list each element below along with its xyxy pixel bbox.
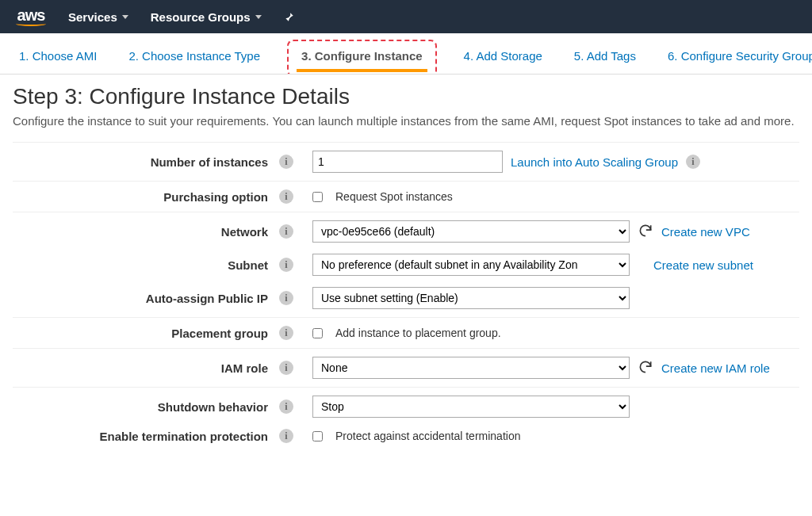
label-purchasing-option: Purchasing option xyxy=(13,190,274,204)
row-shutdown-behavior: Shutdown behavior i Stop xyxy=(13,387,799,426)
services-menu[interactable]: Services xyxy=(68,10,128,24)
create-vpc-link[interactable]: Create new VPC xyxy=(661,225,750,239)
termination-protection-label: Protect against accidental termination xyxy=(335,430,520,442)
info-icon[interactable]: i xyxy=(279,291,293,305)
refresh-icon[interactable] xyxy=(638,223,653,241)
aws-logo[interactable]: aws xyxy=(16,7,46,26)
info-icon[interactable]: i xyxy=(279,399,293,414)
wizard-steps: 1. Choose AMI 2. Choose Instance Type 3.… xyxy=(0,33,812,75)
chevron-down-icon xyxy=(122,15,128,19)
row-network: Network i vpc-0e95ce66 (default) Create … xyxy=(13,212,799,250)
row-placement-group: Placement group i Add instance to placem… xyxy=(13,317,799,348)
row-auto-assign-ip: Auto-assign Public IP i Use subnet setti… xyxy=(13,284,799,317)
termination-protection-checkbox[interactable] xyxy=(312,431,323,441)
create-subnet-link[interactable]: Create new subnet xyxy=(653,258,753,272)
row-number-of-instances: Number of instances i Launch into Auto S… xyxy=(13,142,799,181)
label-termination-protection: Enable termination protection xyxy=(13,430,274,443)
label-network: Network xyxy=(13,225,274,239)
pin-icon[interactable] xyxy=(284,11,295,22)
page-title: Step 3: Configure Instance Details xyxy=(13,84,799,109)
label-auto-assign-ip: Auto-assign Public IP xyxy=(13,292,274,305)
tab-add-tags[interactable]: 5. Add Tags xyxy=(569,43,641,74)
label-number-of-instances: Number of instances xyxy=(13,155,274,169)
info-icon[interactable]: i xyxy=(686,155,700,169)
info-icon[interactable]: i xyxy=(279,224,293,239)
placement-group-checkbox[interactable] xyxy=(312,328,323,338)
tab-configure-security-group[interactable]: 6. Configure Security Group xyxy=(663,43,812,74)
spot-instances-label: Request Spot instances xyxy=(335,190,453,203)
aws-swoosh-icon xyxy=(16,21,46,26)
chevron-down-icon xyxy=(255,15,262,19)
create-iam-role-link[interactable]: Create new IAM role xyxy=(661,361,770,375)
iam-role-select[interactable]: None xyxy=(312,357,630,379)
subnet-select[interactable]: No preference (default subnet in any Ava… xyxy=(312,254,630,276)
page-subtitle: Configure the instance to suit your requ… xyxy=(13,113,799,129)
info-icon[interactable]: i xyxy=(279,189,293,204)
info-icon[interactable]: i xyxy=(279,155,293,169)
label-iam-role: IAM role xyxy=(13,361,274,375)
row-subnet: Subnet i No preference (default subnet i… xyxy=(13,250,799,284)
row-purchasing-option: Purchasing option i Request Spot instanc… xyxy=(13,181,799,212)
auto-assign-ip-select[interactable]: Use subnet setting (Enable) xyxy=(312,287,630,309)
info-icon[interactable]: i xyxy=(279,258,293,272)
row-iam-role: IAM role i None Create new IAM role xyxy=(13,348,799,387)
services-label: Services xyxy=(68,10,117,24)
label-subnet: Subnet xyxy=(13,258,274,272)
launch-asg-link[interactable]: Launch into Auto Scaling Group xyxy=(511,155,678,169)
tab-add-storage[interactable]: 4. Add Storage xyxy=(459,43,547,74)
shutdown-behavior-select[interactable]: Stop xyxy=(312,396,630,418)
top-navigation: aws Services Resource Groups xyxy=(0,0,812,33)
placement-group-label: Add instance to placement group. xyxy=(335,327,501,339)
tab-choose-instance-type[interactable]: 2. Choose Instance Type xyxy=(124,43,265,74)
network-select[interactable]: vpc-0e95ce66 (default) xyxy=(312,220,630,243)
refresh-icon[interactable] xyxy=(638,359,653,377)
tab-configure-instance[interactable]: 3. Configure Instance xyxy=(297,43,427,72)
spot-instances-checkbox[interactable] xyxy=(312,192,323,202)
resource-groups-menu[interactable]: Resource Groups xyxy=(151,10,262,24)
page-content: Step 3: Configure Instance Details Confi… xyxy=(0,75,812,461)
label-shutdown-behavior: Shutdown behavior xyxy=(13,400,274,414)
info-icon[interactable]: i xyxy=(279,361,293,375)
tab-choose-ami[interactable]: 1. Choose AMI xyxy=(14,43,102,74)
highlighted-tab-annotation: 3. Configure Instance xyxy=(287,40,437,75)
info-icon[interactable]: i xyxy=(279,429,293,443)
row-termination-protection: Enable termination protection i Protect … xyxy=(13,426,799,451)
label-placement-group: Placement group xyxy=(13,327,274,340)
resource-groups-label: Resource Groups xyxy=(151,10,251,24)
number-of-instances-input[interactable] xyxy=(312,151,503,173)
info-icon[interactable]: i xyxy=(279,326,293,340)
